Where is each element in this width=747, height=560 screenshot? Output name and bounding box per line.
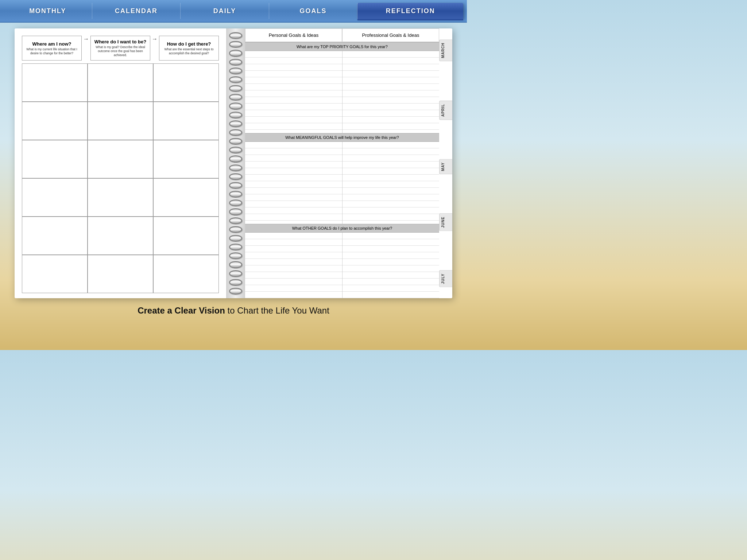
goals-row-2 bbox=[22, 102, 219, 140]
spiral-coil bbox=[229, 182, 242, 189]
nav-daily-label: DAILY bbox=[213, 7, 236, 15]
goals-cell-3-3[interactable] bbox=[153, 140, 219, 178]
goals-cell-4-1[interactable] bbox=[22, 178, 88, 217]
goals-top-header: Personal Goals & Ideas Professional Goal… bbox=[245, 28, 439, 42]
spiral-coil bbox=[229, 252, 242, 259]
spiral-coil bbox=[229, 191, 242, 198]
goals-cell-6-2[interactable] bbox=[88, 255, 153, 293]
professional-col-title: Professional Goals & Ideas bbox=[342, 28, 439, 42]
bottom-normal: to Chart the Life You Want bbox=[225, 306, 329, 315]
bottom-bold: Create a Clear Vision bbox=[138, 306, 225, 315]
spiral-coil bbox=[229, 155, 242, 162]
bottom-text: Create a Clear Vision to Chart the Life … bbox=[0, 298, 467, 319]
goals-cell-5-3[interactable] bbox=[153, 217, 219, 255]
other-label: What OTHER GOALS do I plan to accomplish… bbox=[245, 224, 439, 233]
goals-row-1 bbox=[22, 63, 219, 102]
goals-row-4 bbox=[22, 178, 219, 217]
other-personal[interactable] bbox=[245, 233, 342, 298]
spiral-coil bbox=[229, 147, 242, 153]
spiral-coil bbox=[229, 208, 242, 215]
col3-main: How do I get there? bbox=[167, 41, 211, 47]
goals-cell-6-1[interactable] bbox=[22, 255, 88, 293]
goals-cell-2-3[interactable] bbox=[153, 102, 219, 140]
spiral-coil bbox=[229, 41, 242, 48]
goals-row-6 bbox=[22, 255, 219, 293]
nav-monthly-label: MONTHLY bbox=[29, 7, 66, 15]
nav-goals-label: GOALS bbox=[300, 7, 327, 15]
goals-cell-1-3[interactable] bbox=[153, 63, 219, 102]
spiral-coil bbox=[229, 173, 242, 180]
spiral-coil bbox=[229, 76, 242, 83]
goals-cell-1-2[interactable] bbox=[88, 63, 153, 102]
nav-reflection[interactable]: REFLECTION bbox=[357, 3, 463, 19]
nav-bar: MONTHLY CALENDAR DAILY GOALS REFLECTION bbox=[0, 0, 467, 23]
nav-calendar[interactable]: CALENDAR bbox=[92, 3, 181, 19]
spiral-coil bbox=[229, 94, 242, 101]
left-page: Where am I now? What is my current life … bbox=[15, 28, 226, 298]
goals-row-3 bbox=[22, 140, 219, 178]
other-professional[interactable] bbox=[342, 233, 440, 298]
tab-may[interactable]: MAY bbox=[439, 159, 452, 174]
top-priority-personal[interactable] bbox=[245, 51, 342, 133]
spiral-coil bbox=[229, 50, 242, 57]
spiral-coil bbox=[229, 226, 242, 233]
meaningful-professional[interactable] bbox=[342, 142, 440, 224]
top-priority-lines bbox=[245, 51, 439, 133]
other-section: What OTHER GOALS do I plan to accomplish… bbox=[245, 224, 439, 298]
spiral-coil bbox=[229, 112, 242, 118]
top-priority-section: What are my TOP PRIORITY GOALS for this … bbox=[245, 42, 439, 133]
meaningful-personal[interactable] bbox=[245, 142, 342, 224]
other-lines bbox=[245, 233, 439, 298]
spiral-coil bbox=[229, 199, 242, 206]
tab-march[interactable]: MARCH bbox=[439, 39, 452, 61]
month-tabs: MARCH APRIL MAY JUNE JULY bbox=[439, 28, 452, 298]
spiral-coil bbox=[229, 120, 242, 127]
personal-col-title: Personal Goals & Ideas bbox=[245, 28, 342, 42]
goals-cell-2-1[interactable] bbox=[22, 102, 88, 140]
spiral-coil bbox=[229, 59, 242, 66]
goals-cell-5-2[interactable] bbox=[88, 217, 153, 255]
spiral-coil bbox=[229, 32, 242, 39]
col-header-1: Where am I now? What is my current life … bbox=[22, 36, 82, 61]
spiral bbox=[226, 28, 245, 298]
col1-main: Where am I now? bbox=[32, 41, 71, 47]
col2-sub: What is my goal? Describe the ideal outc… bbox=[93, 45, 148, 57]
goals-cell-3-1[interactable] bbox=[22, 140, 88, 178]
notebook: Where am I now? What is my current life … bbox=[15, 28, 452, 298]
top-priority-label: What are my TOP PRIORITY GOALS for this … bbox=[245, 42, 439, 51]
tab-june[interactable]: JUNE bbox=[439, 213, 452, 231]
spiral-coil bbox=[229, 129, 242, 136]
goals-cell-4-3[interactable] bbox=[153, 178, 219, 217]
tab-july[interactable]: JULY bbox=[439, 270, 452, 287]
spiral-coil bbox=[229, 67, 242, 74]
col2-main: Where do I want to be? bbox=[94, 39, 146, 44]
goals-cell-2-2[interactable] bbox=[88, 102, 153, 140]
nav-monthly[interactable]: MONTHLY bbox=[4, 3, 92, 19]
spiral-coil bbox=[229, 279, 242, 286]
goals-cell-4-2[interactable] bbox=[88, 178, 153, 217]
goals-cell-5-1[interactable] bbox=[22, 217, 88, 255]
goals-cell-1-1[interactable] bbox=[22, 63, 88, 102]
arrow-icon-1: → bbox=[83, 36, 89, 61]
spiral-coil bbox=[229, 288, 242, 295]
spiral-coil bbox=[229, 85, 242, 92]
col-header-2: Where do I want to be? What is my goal? … bbox=[90, 36, 150, 61]
spiral-coil bbox=[229, 270, 242, 277]
goals-cell-3-2[interactable] bbox=[88, 140, 153, 178]
col1-sub: What is my current life situation that I… bbox=[24, 47, 79, 55]
spiral-coil bbox=[229, 235, 242, 242]
nav-calendar-label: CALENDAR bbox=[115, 7, 158, 15]
nav-goals[interactable]: GOALS bbox=[269, 3, 358, 19]
spiral-coil bbox=[229, 217, 242, 224]
spiral-coil bbox=[229, 244, 242, 250]
tab-april[interactable]: APRIL bbox=[439, 101, 452, 120]
top-priority-professional[interactable] bbox=[342, 51, 440, 133]
meaningful-label: What MEANINGFUL GOALS will help improve … bbox=[245, 133, 439, 142]
nav-daily[interactable]: DAILY bbox=[181, 3, 269, 19]
goals-header-row: Where am I now? What is my current life … bbox=[22, 36, 219, 61]
arrow-icon-2: → bbox=[152, 36, 158, 61]
goals-grid bbox=[22, 63, 219, 293]
col3-sub: What are the essential next steps to acc… bbox=[162, 47, 216, 55]
goals-cell-6-3[interactable] bbox=[153, 255, 219, 293]
col-header-3: How do I get there? What are the essenti… bbox=[159, 36, 219, 61]
